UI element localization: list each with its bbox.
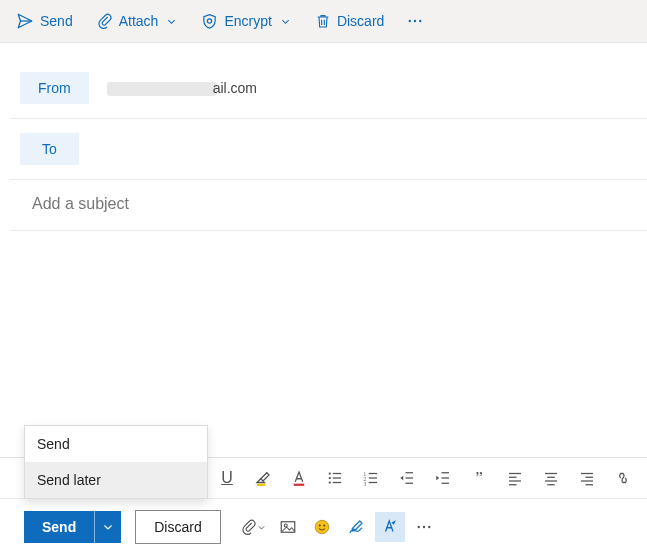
svg-point-7 <box>329 472 331 474</box>
attach-icon <box>241 518 257 536</box>
quote-button[interactable]: ” <box>464 463 494 493</box>
align-center-button[interactable] <box>536 463 566 493</box>
from-label: From <box>38 80 71 96</box>
attach-command-label: Attach <box>119 13 159 29</box>
send-menu-send-later[interactable]: Send later <box>25 462 207 498</box>
from-button[interactable]: From <box>20 72 89 104</box>
subject-row <box>10 180 647 231</box>
picture-icon <box>279 518 297 536</box>
message-headers: From ail.com To <box>0 43 647 231</box>
send-button[interactable]: Send <box>24 511 94 543</box>
format-toggle-icon <box>381 518 399 536</box>
send-split-button: Send <box>24 511 121 543</box>
align-right-icon <box>578 469 596 487</box>
command-bar: Send Attach Encrypt Discard <box>0 0 647 43</box>
indent-button[interactable] <box>428 463 458 493</box>
insert-emoji-button[interactable] <box>307 512 337 542</box>
font-color-button[interactable] <box>284 463 314 493</box>
trash-icon <box>315 12 331 30</box>
pen-icon <box>347 518 365 536</box>
svg-point-40 <box>318 525 320 527</box>
number-list-button[interactable]: 123 <box>356 463 386 493</box>
subject-input[interactable] <box>30 194 631 214</box>
highlight-icon <box>254 469 272 487</box>
send-menu-send-later-label: Send later <box>37 472 101 488</box>
attach-command[interactable]: Attach <box>87 6 188 36</box>
attach-icon <box>97 12 113 30</box>
more-icon <box>415 518 433 536</box>
svg-point-8 <box>329 477 331 479</box>
chevron-down-icon <box>257 523 266 532</box>
quick-actions <box>239 512 439 542</box>
from-row: From ail.com <box>10 44 647 119</box>
discard-button-label: Discard <box>154 519 201 535</box>
align-right-button[interactable] <box>572 463 602 493</box>
svg-point-3 <box>414 20 416 22</box>
bullet-list-button[interactable] <box>320 463 350 493</box>
svg-point-4 <box>419 20 421 22</box>
send-dropdown-toggle[interactable] <box>94 511 121 543</box>
svg-point-2 <box>409 20 411 22</box>
send-command-label: Send <box>40 13 73 29</box>
more-icon <box>406 12 424 30</box>
svg-point-9 <box>329 481 331 483</box>
encrypt-command-label: Encrypt <box>224 13 271 29</box>
send-command[interactable]: Send <box>6 6 83 36</box>
bullet-list-icon <box>326 469 344 487</box>
to-button[interactable]: To <box>20 133 79 165</box>
from-suffix: ail.com <box>213 80 257 96</box>
outdent-icon <box>398 469 416 487</box>
svg-point-43 <box>423 526 425 528</box>
signature-button[interactable] <box>341 512 371 542</box>
discard-command[interactable]: Discard <box>305 6 394 36</box>
highlight-button[interactable] <box>248 463 278 493</box>
chevron-down-icon <box>166 16 177 27</box>
align-left-button[interactable] <box>500 463 530 493</box>
redacted-text <box>107 82 217 96</box>
svg-point-41 <box>323 525 325 527</box>
more-actions-button[interactable] <box>409 512 439 542</box>
svg-point-38 <box>284 524 287 527</box>
emoji-icon <box>313 518 331 536</box>
outdent-button[interactable] <box>392 463 422 493</box>
send-icon <box>16 12 34 30</box>
svg-text:3: 3 <box>364 481 367 487</box>
send-menu-send-label: Send <box>37 436 70 452</box>
font-color-icon <box>290 469 308 487</box>
encrypt-command[interactable]: Encrypt <box>191 6 300 36</box>
more-command[interactable] <box>398 6 432 36</box>
action-row: Send Discard <box>0 499 647 555</box>
indent-icon <box>434 469 452 487</box>
link-icon <box>614 469 632 487</box>
discard-command-label: Discard <box>337 13 384 29</box>
insert-picture-button[interactable] <box>273 512 303 542</box>
toggle-format-button[interactable] <box>375 512 405 542</box>
from-value[interactable]: ail.com <box>107 80 257 96</box>
align-center-icon <box>542 469 560 487</box>
number-list-icon: 123 <box>362 469 380 487</box>
svg-point-39 <box>315 520 329 534</box>
discard-button[interactable]: Discard <box>135 510 220 544</box>
send-menu: Send Send later <box>24 425 208 499</box>
underline-button[interactable]: U <box>212 463 242 493</box>
send-button-label: Send <box>42 519 76 535</box>
svg-point-44 <box>428 526 430 528</box>
svg-point-42 <box>417 526 419 528</box>
to-row: To <box>10 119 647 180</box>
svg-point-1 <box>208 19 212 23</box>
shield-icon <box>201 12 218 30</box>
chevron-down-icon <box>102 521 114 533</box>
attach-file-button[interactable] <box>239 512 269 542</box>
send-menu-send[interactable]: Send <box>25 426 207 462</box>
link-button[interactable] <box>608 463 638 493</box>
chevron-down-icon <box>280 16 291 27</box>
to-label: To <box>42 141 57 157</box>
align-left-icon <box>506 469 524 487</box>
